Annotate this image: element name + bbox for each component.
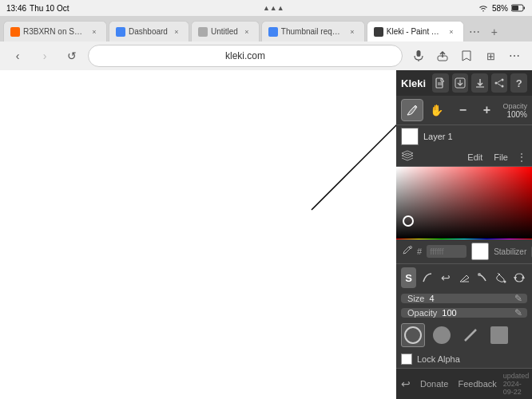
- share-button[interactable]: [431, 45, 454, 67]
- tab-favicon-untitled: [198, 27, 208, 37]
- menu-button[interactable]: ⋯: [503, 45, 526, 67]
- file-action-button[interactable]: File: [490, 151, 511, 164]
- panel-bottom: ↩ Donate Feedback updated 2024-09-22: [396, 368, 532, 399]
- hex-hash: #: [417, 247, 422, 256]
- color-swatch[interactable]: [471, 243, 489, 260]
- update-info: updated 2024-09-22: [503, 372, 530, 396]
- layers-icon[interactable]: [401, 150, 414, 164]
- opacity-edit-icon[interactable]: ✎: [514, 307, 522, 318]
- svg-point-15: [502, 85, 504, 88]
- tab-kleki[interactable]: Kleki - Paint Tool ×: [367, 21, 464, 41]
- eyedropper-button[interactable]: [401, 245, 412, 259]
- undo-brush-button[interactable]: ↩: [438, 267, 453, 288]
- tab-bar: R3BXRN on Scratch × Dashboard × Untitled…: [0, 16, 532, 41]
- microphone-icon: [414, 49, 423, 62]
- tab-label-dashboard: Dashboard: [129, 27, 168, 36]
- tab-favicon-dashboard: [116, 27, 125, 37]
- opacity-display: Opacity 100%: [502, 102, 527, 119]
- curve-brush-button[interactable]: [419, 267, 435, 288]
- svg-point-0: [482, 10, 484, 12]
- canvas-area[interactable]: [0, 70, 396, 399]
- tab-close-scratch[interactable]: ×: [89, 26, 100, 38]
- opacity-slider-value: 100: [442, 308, 456, 318]
- size-slider[interactable]: Size 4 ✎: [401, 294, 527, 303]
- svg-point-21: [478, 273, 481, 276]
- opacity-slider[interactable]: Opacity 100 ✎: [401, 308, 527, 318]
- lock-alpha-label: Lock Alpha: [417, 354, 460, 364]
- bookmark-button[interactable]: [455, 45, 478, 67]
- lock-alpha-row: Lock Alpha: [396, 350, 532, 368]
- zoom-out-button[interactable]: −: [451, 99, 474, 121]
- circle-outline-shape[interactable]: [401, 323, 425, 347]
- save-icon: [455, 77, 466, 89]
- panel-toolbar: Kleki: [396, 70, 532, 96]
- tab-ellipsis[interactable]: ⋯: [466, 22, 483, 41]
- zoom-in-button[interactable]: +: [475, 99, 498, 121]
- brush-tool-button[interactable]: [401, 99, 423, 121]
- svg-marker-24: [514, 277, 517, 280]
- address-bar[interactable]: kleki.com: [88, 45, 403, 67]
- tab-add-button[interactable]: +: [485, 22, 504, 41]
- share2-button[interactable]: [491, 73, 508, 93]
- circle-filled-shape[interactable]: [430, 323, 454, 347]
- smooth-brush-button[interactable]: S: [401, 267, 416, 288]
- rect-shape[interactable]: [487, 323, 511, 347]
- save-button[interactable]: [452, 73, 469, 93]
- undo-button[interactable]: ↩: [401, 377, 411, 390]
- tab-untitled[interactable]: Untitled ×: [191, 21, 260, 41]
- size-edit-icon[interactable]: ✎: [514, 293, 522, 304]
- eraser-button[interactable]: [456, 267, 471, 288]
- layer-name: Layer 1: [423, 132, 527, 141]
- help-button[interactable]: ?: [510, 73, 527, 93]
- hand-tool-button[interactable]: ✋: [425, 99, 447, 121]
- status-left: 13:46 Thu 10 Oct: [6, 4, 69, 13]
- tab-close-dashboard[interactable]: ×: [171, 26, 182, 38]
- microphone-button[interactable]: [407, 45, 430, 67]
- tab-dashboard[interactable]: Dashboard ×: [109, 21, 189, 41]
- extensions-button[interactable]: ⊞: [479, 45, 502, 67]
- tools-row: ✋ − + Opacity 100%: [396, 96, 532, 125]
- svg-point-13: [502, 79, 504, 81]
- feedback-button[interactable]: Feedback: [455, 377, 499, 390]
- brush-tools-row: S ↩: [396, 263, 532, 291]
- opacity-slider-label: Opacity: [407, 308, 437, 318]
- tab-close-thumbnail[interactable]: ×: [347, 26, 358, 38]
- right-panel: Kleki: [396, 70, 532, 399]
- layer-info: Layer 1: [396, 125, 532, 148]
- tab-thumbnail[interactable]: Thumbnail request... ×: [261, 21, 365, 41]
- tab-scratch[interactable]: R3BXRN on Scratch ×: [3, 21, 107, 41]
- smudge-icon: [477, 272, 488, 283]
- brush-shapes-row: [396, 320, 532, 350]
- fill-icon: [495, 272, 506, 283]
- nav-bar: ‹ › ↺ kleki.com ⊞ ⋯: [0, 41, 532, 70]
- svg-point-19: [410, 246, 412, 248]
- nav-icons: ⊞ ⋯: [407, 45, 526, 67]
- refresh-button[interactable]: ↺: [61, 45, 83, 67]
- svg-line-17: [498, 84, 502, 86]
- annotation-svg: [0, 70, 396, 399]
- lock-alpha-checkbox[interactable]: [401, 354, 412, 365]
- back-button[interactable]: ‹: [6, 45, 29, 67]
- forward-button[interactable]: ›: [34, 45, 56, 67]
- replace-color-button[interactable]: [512, 267, 527, 288]
- smudge-button[interactable]: [475, 267, 490, 288]
- edit-button[interactable]: Edit: [464, 151, 486, 164]
- slash-icon: [462, 326, 479, 344]
- circle-outline-icon: [404, 326, 422, 344]
- tab-close-kleki[interactable]: ×: [446, 26, 457, 38]
- tab-close-untitled[interactable]: ×: [241, 26, 252, 38]
- donate-button[interactable]: Donate: [417, 377, 451, 390]
- opacity-value: 100%: [506, 110, 527, 119]
- layer-more-button[interactable]: ⋮: [516, 151, 527, 164]
- slash-shape[interactable]: [459, 323, 482, 347]
- color-hex-input[interactable]: [427, 245, 466, 258]
- stabilizer-label: Stabilizer: [494, 247, 526, 256]
- svg-point-14: [495, 82, 498, 85]
- file-button[interactable]: [432, 73, 449, 93]
- download-button[interactable]: [471, 73, 488, 93]
- fill-button[interactable]: [494, 267, 509, 288]
- svg-line-25: [465, 330, 476, 341]
- time-display: 13:46: [6, 4, 26, 13]
- tab-favicon-scratch: [10, 27, 20, 37]
- color-gradient[interactable]: [396, 167, 532, 239]
